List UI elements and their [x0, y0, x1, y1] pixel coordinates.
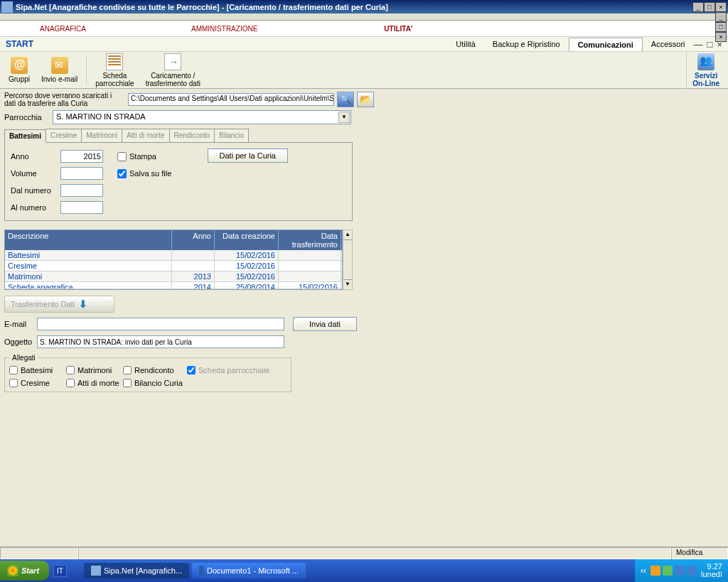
invia-dati-button[interactable]: Invia dati [293, 317, 357, 331]
email-input[interactable] [37, 318, 284, 330]
tray-icon-1[interactable] [651, 566, 660, 576]
app-icon [1, 1, 13, 13]
tab-panel: Battesimi Cresime Matrimoni Atti di mort… [4, 129, 353, 221]
ribbon-minimize-icon[interactable]: — [694, 39, 703, 50]
al-numero-label: Al numero [11, 203, 60, 212]
toolbar: Gruppi Invio e-mail Scheda parrocchiale … [0, 52, 728, 89]
tab-accessori[interactable]: Accessori [643, 38, 694, 50]
chk-atti[interactable]: Atti di morte [66, 379, 123, 387]
path-label: Percorso dove verranno scaricati i dati … [4, 92, 125, 107]
table-row[interactable]: Battesimi15/02/2016 [5, 250, 342, 261]
subtab-matrimoni[interactable]: Matrimoni [81, 129, 122, 142]
mail-icon [51, 57, 68, 74]
tray-icon-4[interactable] [687, 566, 697, 576]
scroll-down-icon[interactable]: ▼ [343, 279, 352, 289]
sheet-icon [106, 53, 123, 70]
anno-label: Anno [11, 152, 60, 161]
tab-backup[interactable]: Backup e Ripristino [484, 38, 569, 50]
tab-comunicazioni[interactable]: Comunicazioni [569, 38, 643, 51]
dati-curia-button[interactable]: Dati per la Curia [208, 149, 288, 163]
table-row[interactable]: Cresime15/02/2016 [5, 261, 342, 271]
ribbon-restore-icon[interactable]: □ [707, 39, 713, 50]
chk-battesimi[interactable]: Battesimi [9, 366, 66, 374]
gruppi-button[interactable]: Gruppi [3, 55, 36, 85]
system-tray: ‹‹ 9.27 lunedì [635, 559, 728, 582]
taskbar-item-word[interactable]: Documento1 - Microsoft ... [192, 563, 306, 578]
clock[interactable]: 9.27 lunedì [701, 563, 722, 578]
oggetto-input[interactable] [37, 335, 284, 348]
volume-input[interactable] [60, 167, 103, 180]
oggetto-label: Oggetto [4, 338, 33, 346]
trasferimento-header: Trasferimento Dati ⬇ [4, 296, 114, 313]
col-descrizione[interactable]: Descrizione [5, 230, 172, 250]
allegati-legend: Allegati [9, 354, 38, 362]
word-icon [199, 566, 204, 576]
grid-scrollbar[interactable]: ▲ ▼ [343, 230, 353, 290]
statusbar: Modifica [0, 546, 728, 559]
chk-matrimoni[interactable]: Matrimoni [66, 366, 123, 374]
minimize-button[interactable]: _ [692, 2, 704, 12]
tray-icon-2[interactable] [663, 566, 673, 576]
subtab-cresime[interactable]: Cresime [46, 129, 82, 142]
tray-expand-icon[interactable]: ‹‹ [641, 566, 646, 576]
at-icon [11, 57, 28, 74]
start-label: START [0, 39, 39, 49]
arrow-down-icon: ⬇ [79, 298, 87, 310]
chk-scheda[interactable]: Scheda parrocchiale [187, 366, 287, 374]
anno-input[interactable] [60, 150, 103, 163]
chevron-down-icon: ▼ [338, 112, 350, 123]
stampa-checkbox[interactable]: Stampa [117, 152, 156, 161]
close-button[interactable]: × [715, 2, 727, 12]
tray-icon-3[interactable] [675, 566, 685, 576]
mdi-close-button[interactable]: × [715, 32, 727, 42]
menu-amministrazione[interactable]: AMMINISTRAZIONE [181, 23, 267, 35]
chk-cresime[interactable]: Cresime [9, 379, 66, 387]
allegati-fieldset: Allegati Battesimi Matrimoni Rendiconto … [4, 354, 291, 392]
app-icon [91, 566, 101, 576]
status-cell-1 [0, 547, 78, 559]
path-input[interactable]: C:\Documents and Settings\All Users\Dati… [128, 93, 334, 106]
toolbar-separator [86, 56, 87, 85]
chk-bilancio[interactable]: Bilancio Curia [123, 379, 187, 387]
parrocchia-label: Parrocchia [4, 113, 47, 122]
content-area: Percorso dove verranno scaricati i dati … [0, 89, 728, 551]
servizi-online-button[interactable]: Servizi On-Line [686, 52, 725, 89]
menu-anagrafica[interactable]: ANAGRAFICA [30, 23, 96, 35]
dal-numero-label: Dal numero [11, 186, 60, 195]
language-indicator[interactable]: IT [53, 565, 67, 577]
scheda-button[interactable]: Scheda parrocchiale [90, 52, 139, 89]
salva-checkbox[interactable]: Salva su file [117, 169, 171, 178]
mdi-maximize-button[interactable]: □ [715, 22, 727, 32]
start-button[interactable]: Start [0, 561, 49, 581]
col-anno[interactable]: Anno [172, 230, 215, 250]
open-folder-button[interactable]: 📂 [357, 92, 374, 107]
invio-email-button[interactable]: Invio e-mail [36, 55, 83, 85]
mdi-minimize-button[interactable]: _ [715, 12, 727, 22]
chk-rendiconto[interactable]: Rendiconto [123, 366, 187, 374]
browse-button[interactable]: 🔍 [337, 92, 354, 107]
al-numero-input[interactable] [60, 201, 103, 214]
volume-label: Volume [11, 169, 60, 178]
subtab-bilancio[interactable]: Bilancio [214, 129, 249, 142]
table-row[interactable]: Scheda anagrafica201425/08/201415/02/201… [5, 282, 342, 289]
subtab-battesimi[interactable]: Battesimi [4, 129, 46, 143]
table-row[interactable]: Matrimoni201315/02/2016 [5, 271, 342, 282]
status-modifica: Modifica [671, 547, 728, 559]
menu-utilita[interactable]: UTILITA' [374, 23, 422, 35]
scroll-up-icon[interactable]: ▲ [343, 230, 352, 240]
subtab-atti[interactable]: Atti di morte [122, 129, 169, 142]
window-title: Sipa.Net [Anagrafiche condivise su tutte… [16, 3, 692, 11]
email-label: E-mail [4, 320, 33, 328]
col-data-creazione[interactable]: Data creazione [215, 230, 279, 250]
parrocchia-select[interactable]: S. MARTINO IN STRADA ▼ [53, 110, 351, 124]
tab-utilita[interactable]: Utilità [447, 38, 484, 50]
data-grid: Descrizione Anno Data creazione Data tra… [4, 230, 353, 290]
taskbar-item-sipa[interactable]: Sipa.Net [Anagrafich... [84, 563, 189, 578]
caricamento-button[interactable]: Caricamento / trasferimento dati [140, 52, 206, 89]
dal-numero-input[interactable] [60, 184, 103, 197]
subtab-rendiconto[interactable]: Rendiconto [169, 129, 215, 142]
maximize-button[interactable]: □ [704, 2, 715, 12]
mdi-titlebar: _ □ × [0, 14, 728, 21]
titlebar: Sipa.Net [Anagrafiche condivise su tutte… [0, 0, 728, 14]
col-data-trasferimento[interactable]: Data trasferimento [279, 230, 341, 250]
